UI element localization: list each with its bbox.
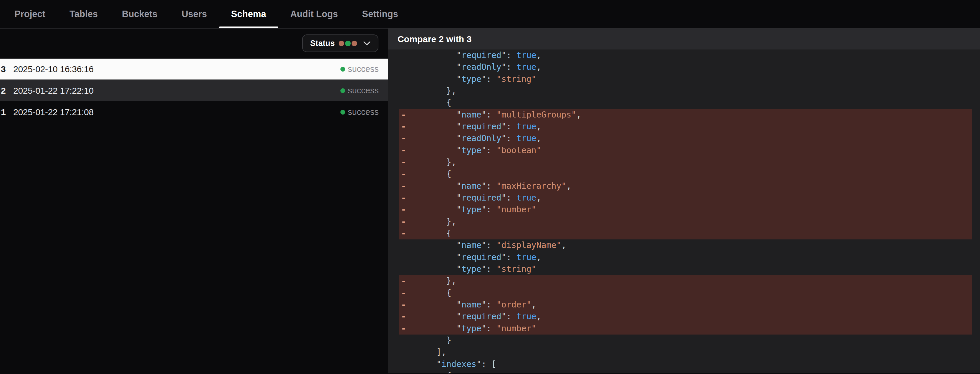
nav-tab-users[interactable]: Users xyxy=(170,0,219,28)
versions-panel: Status 32025-02-10 16:36:16success22025-… xyxy=(0,29,388,373)
removed-marker: - xyxy=(399,145,416,156)
diff-code-text: "required": true, xyxy=(416,251,972,263)
nav-tab-settings[interactable]: Settings xyxy=(350,0,410,28)
status-filter-label: Status xyxy=(310,39,335,48)
nav-tab-buckets[interactable]: Buckets xyxy=(110,0,170,28)
diff-code-text: } xyxy=(416,334,972,346)
removed-marker: - xyxy=(399,192,416,204)
diff-line-removed: - { xyxy=(399,228,972,239)
diff-code-text: { xyxy=(416,97,972,109)
diff-line-removed: - "required": true, xyxy=(399,121,972,132)
diff-line-context: "type": "string" xyxy=(399,73,972,85)
diff-code-text: "required": true, xyxy=(416,192,972,204)
diff-code-text: { xyxy=(416,228,972,239)
nav-tab-schema[interactable]: Schema xyxy=(219,0,278,28)
status-dot-error xyxy=(339,41,344,46)
diff-line-context: }, xyxy=(399,85,972,97)
diff-code-text: "type": "string" xyxy=(416,263,972,275)
diff-line-removed: - "readOnly": true, xyxy=(399,132,972,144)
diff-code-text: { xyxy=(416,370,972,373)
diff-line-removed: - }, xyxy=(399,156,972,168)
diff-line-removed: - }, xyxy=(399,216,972,228)
diff-gutter xyxy=(399,263,416,275)
nav-tab-tables[interactable]: Tables xyxy=(57,0,110,28)
status-badge: success xyxy=(340,86,379,95)
status-filter-dots xyxy=(339,41,357,46)
version-timestamp: 2025-01-22 17:22:10 xyxy=(13,86,94,96)
diff-gutter xyxy=(399,239,416,251)
status-success-dot-icon xyxy=(340,67,345,72)
diff-line-context: { xyxy=(399,97,972,109)
removed-marker: - xyxy=(399,109,416,121)
compare-panel: Compare 2 with 3 "required": true, "read… xyxy=(388,29,980,373)
diff-code-text: "type": "string" xyxy=(416,73,972,85)
top-nav: ProjectTablesBucketsUsersSchemaAudit Log… xyxy=(0,0,980,29)
diff-gutter xyxy=(399,346,416,358)
removed-marker: - xyxy=(399,228,416,239)
diff-line-removed: - "name": "order", xyxy=(399,299,972,311)
status-label: success xyxy=(348,86,379,95)
diff-gutter xyxy=(399,85,416,97)
status-success-dot-icon xyxy=(340,88,345,93)
diff-code-text: }, xyxy=(416,85,972,97)
removed-marker: - xyxy=(399,156,416,168)
diff-line-context: { xyxy=(399,370,972,373)
diff-line-context: "readOnly": true, xyxy=(399,61,972,73)
version-timestamp: 2025-01-22 17:21:08 xyxy=(13,107,94,117)
diff-line-removed: - "type": "boolean" xyxy=(399,145,972,156)
removed-marker: - xyxy=(399,323,416,334)
status-success-dot-icon xyxy=(340,110,345,115)
diff-line-context: "name": "displayName", xyxy=(399,239,972,251)
diff-code-text: "required": true, xyxy=(416,121,972,132)
version-row[interactable]: 32025-02-10 16:36:16success xyxy=(0,59,388,80)
diff-code-text: "type": "number" xyxy=(416,323,972,334)
diff-gutter xyxy=(399,73,416,85)
diff-code-text: "indexes": [ xyxy=(416,358,972,370)
version-row[interactable]: 12025-01-22 17:21:08success xyxy=(0,102,388,123)
status-filter-button[interactable]: Status xyxy=(302,35,379,52)
diff-line-removed: - { xyxy=(399,287,972,299)
diff-gutter xyxy=(399,61,416,73)
diff-line-removed: - "name": "maxHierarchy", xyxy=(399,180,972,192)
diff-gutter xyxy=(399,49,416,61)
diff-line-context: } xyxy=(399,334,972,346)
filter-row: Status xyxy=(0,29,388,59)
diff-gutter xyxy=(399,97,416,109)
version-list: 32025-02-10 16:36:16success22025-01-22 1… xyxy=(0,59,388,373)
version-row[interactable]: 22025-01-22 17:22:10success xyxy=(0,80,388,102)
compare-header: Compare 2 with 3 xyxy=(388,29,980,49)
diff-code-text: { xyxy=(416,287,972,299)
diff-code-text: { xyxy=(416,168,972,180)
diff-code-text: }, xyxy=(416,156,972,168)
removed-marker: - xyxy=(399,287,416,299)
removed-marker: - xyxy=(399,275,416,287)
diff-gutter xyxy=(399,358,416,370)
diff-code-text: "required": true, xyxy=(416,49,972,61)
nav-tab-audit-logs[interactable]: Audit Logs xyxy=(278,0,350,28)
diff-line-removed: - "required": true, xyxy=(399,192,972,204)
status-badge: success xyxy=(340,64,379,74)
diff-gutter xyxy=(399,370,416,373)
removed-marker: - xyxy=(399,121,416,132)
diff-line-context: "required": true, xyxy=(399,49,972,61)
removed-marker: - xyxy=(399,216,416,228)
diff-view[interactable]: "required": true, "readOnly": true, "typ… xyxy=(388,49,980,373)
diff-line-removed: - "name": "multipleGroups", xyxy=(399,109,972,121)
diff-line-removed: - { xyxy=(399,168,972,180)
status-label: success xyxy=(348,107,379,117)
diff-line-context: "indexes": [ xyxy=(399,358,972,370)
removed-marker: - xyxy=(399,299,416,311)
diff-code-text: "type": "number" xyxy=(416,204,972,216)
diff-line-context: "type": "string" xyxy=(399,263,972,275)
diff-line-removed: - "required": true, xyxy=(399,311,972,323)
diff-line-removed: - }, xyxy=(399,275,972,287)
nav-tab-project[interactable]: Project xyxy=(2,0,57,28)
diff-code-text: }, xyxy=(416,216,972,228)
diff-code-text: ], xyxy=(416,346,972,358)
diff-code-text: "name": "displayName", xyxy=(416,239,972,251)
diff-line-context: "required": true, xyxy=(399,251,972,263)
version-number: 2 xyxy=(1,86,13,96)
removed-marker: - xyxy=(399,180,416,192)
main-layout: Status 32025-02-10 16:36:16success22025-… xyxy=(0,29,980,373)
diff-code-text: "readOnly": true, xyxy=(416,61,972,73)
